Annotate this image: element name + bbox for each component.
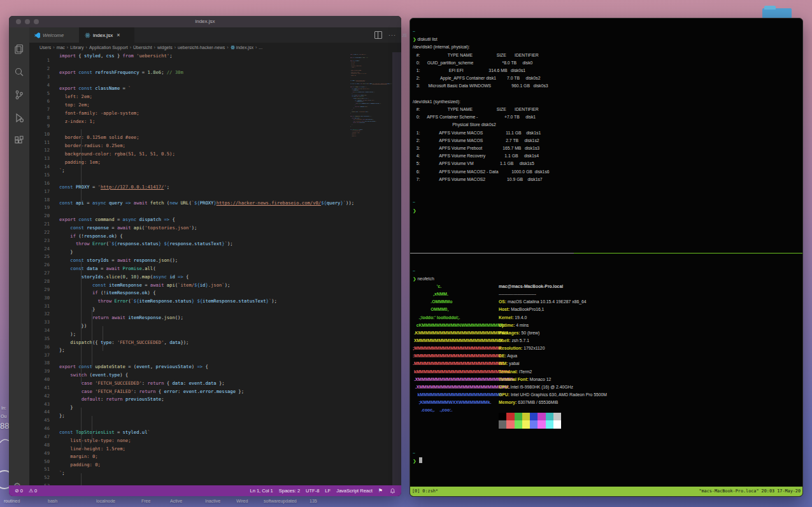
terminal-line: ❯ <box>413 207 550 215</box>
code-editor[interactable]: 1 2 3 4 5 6 7 8 9 10 11 12 13 14 15 16 1… <box>29 52 401 485</box>
terminal-line: 2: APFS Volume MACOS 2.7 TB disk1s2 <box>413 137 550 145</box>
desktop-widget-label: softwareupdated <box>264 499 297 503</box>
more-actions-icon[interactable]: ··· <box>388 32 396 38</box>
terminal-line: ~ <box>413 28 550 36</box>
breadcrumb: Users›mac›Library›Application Support›Üb… <box>39 43 262 52</box>
tmux-pane-divider[interactable] <box>410 253 802 254</box>
code-line: `; <box>59 469 349 478</box>
statusbar-item[interactable]: LF <box>325 488 331 494</box>
code-line: z-index: 1; <box>59 118 349 126</box>
split-editor-icon[interactable] <box>374 31 382 39</box>
neofetch-entry: Resolution: 1792x1120 <box>499 345 607 352</box>
code-line: font-family: -apple-system; <box>59 110 349 118</box>
tab-label: Welcome <box>43 32 64 38</box>
palette-row <box>499 420 561 428</box>
indent-guide <box>81 408 82 448</box>
code-line: left: 2em; <box>59 93 349 101</box>
terminal-line: 3: APFS Volume Preboot 165.7 MB disk1s3 <box>413 145 550 152</box>
code-line: export const refreshFrequency = 1.8e6; /… <box>59 69 349 77</box>
statusbar-item[interactable]: Spaces: 2 <box>279 488 300 494</box>
statusbar-item[interactable]: UTF-8 <box>306 488 319 494</box>
breadcrumb-item[interactable]: uebersicht-hacker-news <box>178 45 225 50</box>
problems-indicator[interactable]: ⊘0 <box>15 488 23 494</box>
terminal-prompt[interactable]: ~ ❯ <box>413 450 422 465</box>
palette-row <box>499 411 561 420</box>
tab-index-jsx[interactable]: index.jsx × <box>80 27 134 43</box>
vscode-window: index.jsx ⚙ Welcome index.jsx <box>9 16 401 496</box>
statusbar-item[interactable]: JavaScript React <box>336 488 373 494</box>
palette-swatch <box>546 420 553 429</box>
vscode-titlebar[interactable]: index.jsx <box>9 16 401 27</box>
warnings-indicator[interactable]: ⚠0 <box>29 488 37 494</box>
tab-label: index.jsx <box>93 32 113 38</box>
tmux-host-clock: "macs-MacBook-Pro.loca" 20:03 17-May-20 <box>699 487 801 496</box>
terminal-line: 2: Apple_APFS Container disk1 7.0 TB dis… <box>413 75 550 82</box>
breadcrumb-item[interactable]: Application Support <box>89 45 128 50</box>
neofetch-entry: Host: MacBookPro16,1 <box>499 306 607 313</box>
code-line: padding: 0; <box>59 461 349 469</box>
code-line: case 'FETCH_FAILED': return { error: eve… <box>59 388 349 396</box>
breadcrumb-item[interactable]: Library <box>70 45 83 50</box>
explorer-icon[interactable] <box>14 44 24 54</box>
extensions-icon[interactable] <box>14 136 24 146</box>
code-line: line-height: 1.5rem; <box>59 445 349 453</box>
desktop-widget-label: Active <box>170 499 182 503</box>
source-control-icon[interactable] <box>14 90 24 100</box>
activity-bar: ⚙ <box>9 27 29 485</box>
code-line: export const updateState = (event, previ… <box>59 363 349 371</box>
palette-swatch <box>538 420 545 429</box>
terminal-line: ❯ diskutil list <box>413 36 550 43</box>
notifications-bell-icon[interactable] <box>390 488 395 494</box>
breadcrumb-separator: › <box>67 45 68 50</box>
breadcrumb-item[interactable]: ... <box>259 45 262 50</box>
editor-scrollbar[interactable] <box>392 52 401 485</box>
indent-guide <box>81 261 82 383</box>
code-line: `; <box>59 167 349 175</box>
code-line: border: 0.125em solid #eee; <box>59 134 349 142</box>
code-line: throw Error(`${itemResponse.status} ${it… <box>59 297 349 306</box>
desktop-widget-label: Free <box>141 499 150 503</box>
breadcrumb-item[interactable]: mac <box>57 45 65 50</box>
terminal-line: 3: Microsoft Basic Data WINDOWS 960.1 GB… <box>413 82 550 90</box>
feedback-icon[interactable]: ⚑ <box>378 488 383 494</box>
palette-swatch <box>522 420 530 429</box>
breadcrumb-item[interactable]: index.jsx <box>236 45 253 50</box>
statusbar-item[interactable]: Ln 1, Col 1 <box>250 488 273 494</box>
terminal-line: #: TYPE NAME SIZE IDENTIFIER <box>413 106 550 113</box>
terminal-pane-diskutil[interactable]: ~❯ diskutil list/dev/disk0 (internal, ph… <box>413 28 550 215</box>
palette-swatch <box>506 420 514 429</box>
neofetch-entry: DE: Aqua <box>499 352 607 360</box>
terminal-line <box>413 183 550 191</box>
run-debug-icon[interactable] <box>14 113 24 123</box>
breadcrumb-item[interactable]: widgets <box>157 45 173 50</box>
desktop-widget-label: Inactive <box>205 499 220 503</box>
folder-icon[interactable] <box>762 8 792 18</box>
terminal-pane-neofetch[interactable]: ~❯ neofetch <box>413 268 434 283</box>
close-tab-icon[interactable]: × <box>117 32 120 38</box>
code-line: } <box>59 404 349 412</box>
editor-actions: ··· <box>374 27 396 43</box>
palette-swatch <box>515 420 522 429</box>
code-line: const TopStoriesList = styled.ul` <box>59 429 349 437</box>
breadcrumb-separator: › <box>86 45 87 50</box>
code-line: switch (event.type) { <box>59 371 349 380</box>
minimap[interactable]: import { styled, css } from 'uebersicht'… <box>350 54 392 181</box>
terminal-line: 0: GUID_partition_scheme *8.0 TB disk0 <box>413 59 550 67</box>
terminal-line: 0: APFS Container Scheme - +7.0 TB disk1 <box>413 113 550 121</box>
code-line <box>59 61 349 69</box>
tab-welcome[interactable]: Welcome <box>29 27 80 43</box>
breadcrumb-item[interactable]: Users <box>39 45 51 50</box>
breadcrumb-item[interactable]: Übersicht <box>133 45 152 50</box>
breadcrumb-separator: › <box>130 45 131 50</box>
left-widget-sparkline <box>0 436 10 445</box>
code-line: background-color: rgba(51, 51, 51, 0.5); <box>59 150 349 159</box>
neofetch-separator: -------------------------- <box>499 290 607 298</box>
neofetch-entry: Terminal Font: Monaco 12 <box>499 376 607 383</box>
terminal-line: ❯ neofetch <box>413 275 434 283</box>
desktop-widget-label: routined <box>4 499 20 503</box>
breadcrumb-separator: › <box>175 45 176 50</box>
terminal-window[interactable]: ~❯ diskutil list/dev/disk0 (internal, ph… <box>410 18 803 497</box>
code-line: const api = async query => await fetch (… <box>350 83 391 85</box>
search-icon[interactable] <box>14 67 24 77</box>
code-content[interactable]: import { styled, css } from 'uebersicht'… <box>59 52 349 485</box>
